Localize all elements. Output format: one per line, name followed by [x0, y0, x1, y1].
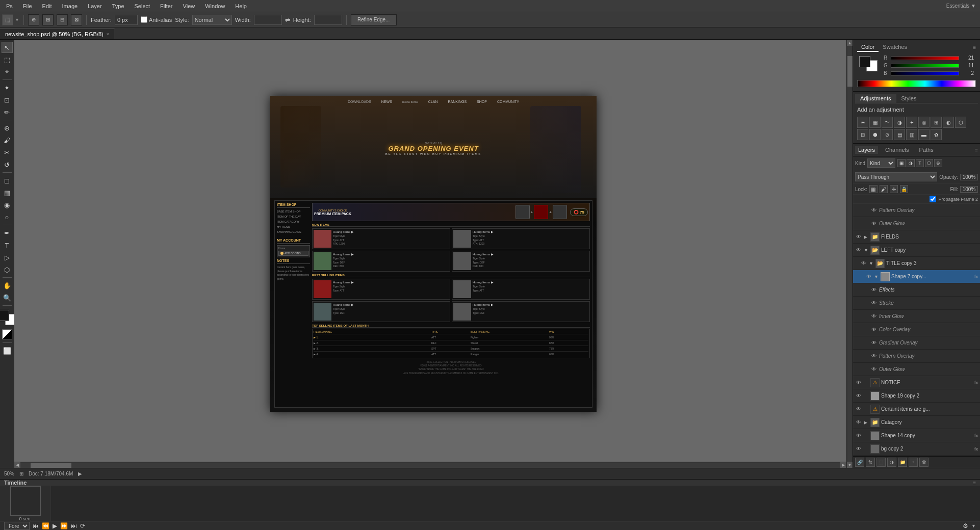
lock-all-btn[interactable]: 🔒 — [900, 185, 908, 193]
path-tool[interactable]: ▷ — [2, 252, 13, 263]
curves-adj[interactable]: 〜 — [882, 117, 893, 128]
styles-tab[interactable]: Styles — [896, 94, 922, 103]
invert-adj[interactable]: ⊘ — [882, 129, 893, 140]
exposure-adj[interactable]: ◑ — [894, 117, 905, 128]
filter-shape-icon[interactable]: ⬡ — [925, 159, 933, 167]
eye-icon-notice[interactable]: 👁 — [855, 379, 862, 386]
expand-title-copy-3[interactable]: ▼ — [869, 261, 874, 266]
lasso-tool[interactable]: ⌖ — [2, 66, 13, 77]
eye-icon-gradient-overlay[interactable]: 👁 — [870, 339, 878, 347]
blue-channel-slider[interactable] — [891, 71, 959, 75]
zoom-fit-btn[interactable]: ⊞ — [19, 471, 23, 476]
delete-layer-btn[interactable]: 🗑 — [919, 458, 929, 467]
lock-transparency-btn[interactable]: ▦ — [869, 185, 878, 193]
propagate-checkbox[interactable] — [930, 196, 936, 202]
menu-select[interactable]: Select — [133, 2, 152, 10]
add-adjustment-btn[interactable]: ◑ — [887, 458, 896, 467]
eye-icon-inner-glow[interactable]: 👁 — [870, 313, 878, 320]
frame-1[interactable] — [10, 486, 41, 516]
layers-list[interactable]: 👁 Pattern Overlay 👁 Outer Glow 👁 ▶ 📁 FIE… — [853, 204, 980, 456]
eye-icon-title-copy-3[interactable]: 👁 — [860, 260, 867, 267]
channels-tab[interactable]: Channels — [882, 146, 912, 154]
filter-pixel-icon[interactable]: ▣ — [897, 159, 906, 167]
brightness-adj[interactable]: ☀ — [857, 117, 868, 128]
menu-window[interactable]: Window — [203, 2, 227, 10]
filter-smart-icon[interactable]: ⊕ — [934, 159, 942, 167]
layer-item-effects-label[interactable]: 👁 Effects — [853, 283, 980, 297]
menu-layer[interactable]: Layer — [86, 2, 104, 10]
vibrance-adj[interactable]: ✦ — [906, 117, 917, 128]
expand-fields[interactable]: ▶ — [864, 234, 869, 240]
opacity-input[interactable] — [960, 174, 978, 180]
move-tool[interactable]: ↖ — [2, 42, 13, 53]
eye-icon-pattern-overlay2[interactable]: 👁 — [870, 353, 878, 360]
eye-icon-fields[interactable]: 👁 — [855, 233, 862, 241]
eye-icon-shape14copy[interactable]: 👁 — [855, 432, 862, 439]
document-tab[interactable]: newsite_shop.psd @ 50% (BG, RGB/8) × — [0, 29, 115, 39]
gradient-map-adj[interactable]: ▬ — [918, 129, 930, 140]
expand-catagory[interactable]: ▶ — [864, 420, 869, 425]
layer-item-color-overlay[interactable]: 👁 Color Overlay — [853, 323, 980, 336]
brush-tool[interactable]: 🖌 — [2, 135, 13, 146]
filter-adjust-icon[interactable]: ◑ — [907, 159, 915, 167]
add-mask-btn[interactable]: ⬚ — [876, 458, 886, 467]
healing-tool[interactable]: ⊕ — [2, 122, 13, 134]
eye-icon-effects[interactable]: 👁 — [870, 286, 878, 294]
eye-icon-certaint[interactable]: 👁 — [855, 406, 862, 413]
eye-icon-shape19copy2[interactable]: 👁 — [855, 392, 862, 400]
quick-mask-btn[interactable] — [2, 329, 12, 339]
filter-type-icon[interactable]: T — [916, 159, 924, 167]
refine-edge-btn[interactable]: Refine Edge... — [351, 14, 397, 25]
layer-item-outer-glow-above[interactable]: 👁 Outer Glow — [853, 217, 980, 230]
horizontal-scrollbar[interactable]: ◀ ▶ — [14, 462, 846, 468]
layer-item-shape7copy[interactable]: 👁 ▼ Shape 7 copy... fx — [853, 270, 980, 283]
layers-panel-menu[interactable]: ≡ — [975, 147, 978, 153]
eye-icon-outer-glow-above[interactable]: 👁 — [870, 220, 878, 227]
layer-filter-kind[interactable]: Kind — [867, 158, 895, 168]
dodge-tool[interactable]: ○ — [2, 211, 13, 223]
new-selection-btn[interactable]: ⊕ — [28, 14, 39, 25]
vertical-scrollbar[interactable]: ▲ ▼ — [846, 40, 853, 468]
layer-item-outer-glow2[interactable]: 👁 Outer Glow — [853, 363, 980, 376]
eye-icon-bgcopy2[interactable]: 👁 — [855, 445, 862, 453]
scroll-left-btn[interactable]: ◀ — [14, 462, 20, 468]
threshold-adj[interactable]: ▥ — [906, 129, 917, 140]
eye-icon-stroke[interactable]: 👁 — [870, 300, 878, 307]
menu-ps[interactable]: Ps — [4, 2, 15, 10]
eyedropper-tool[interactable]: ✏ — [2, 107, 13, 118]
screen-mode-btn[interactable]: ⬜ — [2, 345, 13, 356]
scroll-right-btn[interactable]: ▶ — [840, 462, 846, 468]
add-selection-btn[interactable]: ⊞ — [42, 14, 54, 25]
new-group-btn[interactable]: 📁 — [898, 458, 907, 467]
clone-tool[interactable]: ✂ — [2, 147, 13, 158]
marquee-tool[interactable]: ⬚ — [2, 54, 13, 65]
tab-close-btn[interactable]: × — [107, 32, 109, 37]
canvas-area[interactable]: DOWNLOADS NEWS menu items CLAN RANKINGS … — [14, 40, 853, 468]
menu-help[interactable]: Help — [233, 2, 249, 10]
layer-item-pattern-overlay[interactable]: 👁 Pattern Overlay — [853, 204, 980, 217]
eye-icon-left-copy[interactable]: 👁 — [855, 247, 862, 254]
lock-position-btn[interactable]: ✛ — [890, 185, 898, 193]
gradient-tool[interactable]: ▦ — [2, 187, 13, 198]
scroll-down-btn[interactable]: ▼ — [847, 462, 853, 468]
layer-item-bgcopy2[interactable]: 👁 bg copy 2 fx — [853, 442, 980, 456]
menu-type[interactable]: Type — [110, 2, 126, 10]
intersect-selection-btn[interactable]: ⊠ — [71, 14, 82, 25]
timeline-track[interactable] — [51, 486, 980, 521]
layer-item-inner-glow[interactable]: 👁 Inner Glow — [853, 310, 980, 323]
lock-image-btn[interactable]: 🖌 — [880, 185, 888, 193]
swatches-tab[interactable]: Swatches — [879, 43, 911, 52]
height-input[interactable] — [314, 15, 342, 25]
subtract-selection-btn[interactable]: ⊟ — [57, 14, 68, 25]
layer-item-left-copy[interactable]: 👁 ▼ 📂 LEFT copy — [853, 244, 980, 257]
anti-alias-checkbox[interactable] — [141, 16, 147, 23]
scroll-up-btn[interactable]: ▲ — [847, 40, 853, 46]
eye-icon-outer-glow2[interactable]: 👁 — [870, 366, 878, 373]
layer-style-btn[interactable]: fx — [866, 458, 875, 467]
eye-icon-color-overlay[interactable]: 👁 — [870, 326, 878, 333]
hue-adj[interactable]: ◎ — [918, 117, 930, 128]
eraser-tool[interactable]: ◻ — [2, 175, 13, 186]
tool-options-arrow[interactable]: ▼ — [15, 17, 19, 22]
zoom-tool[interactable]: 🔍 — [2, 292, 13, 303]
tl-convert-btn[interactable]: ⟳ — [80, 522, 85, 529]
